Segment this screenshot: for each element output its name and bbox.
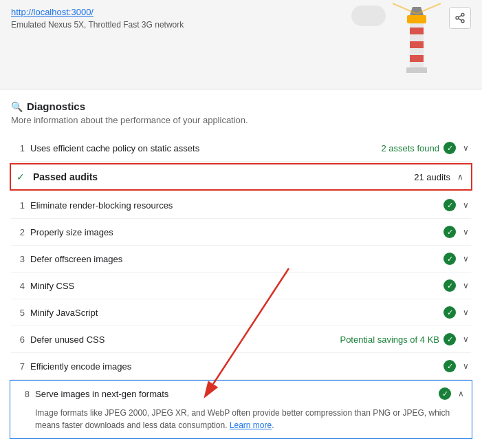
audit-right-4: ✓ ∨: [443, 279, 471, 292]
chevron-passed[interactable]: ∧: [454, 172, 465, 182]
chevron-8[interactable]: ∧: [455, 389, 466, 398]
chevron-5[interactable]: ∨: [460, 308, 471, 317]
audit-row-6: 6 Defer unused CSS Potential savings of …: [11, 326, 471, 353]
green-check-4: ✓: [443, 279, 456, 292]
audit-row-8-inner: 8 Serve images in next-gen formats ✓ ∧: [16, 387, 466, 407]
svg-point-11: [461, 20, 464, 23]
green-check-8: ✓: [439, 387, 451, 400]
chevron-cache[interactable]: ∨: [460, 143, 471, 153]
audit-label-3: Defer offscreen images: [30, 254, 438, 264]
audit-row-7: 7 Efficiently encode images ✓ ∨: [11, 353, 471, 380]
main-content: 🔍 Diagnostics More information about the…: [0, 89, 482, 439]
audit-right-1: ✓ ∨: [443, 199, 471, 211]
audit-label-8: Serve images in next-gen formats: [35, 389, 433, 399]
audit-right-5: ✓ ∨: [443, 306, 471, 319]
svg-rect-3: [410, 55, 424, 62]
green-check-3: ✓: [443, 253, 456, 265]
passed-audits-right: 21 audits ∧: [414, 172, 465, 182]
audit-row-4: 4 Minify CSS ✓ ∨: [11, 273, 471, 299]
green-check-2: ✓: [443, 226, 456, 238]
diagnostics-header: 🔍 Diagnostics: [11, 100, 471, 112]
green-check-1: ✓: [443, 199, 456, 211]
passed-check-icon: ✓: [17, 171, 28, 182]
green-check-7: ✓: [443, 360, 456, 372]
audit-list: 1 Eliminate render-blocking resources ✓ …: [11, 192, 471, 380]
share-button[interactable]: [449, 7, 471, 29]
learn-more-link[interactable]: Learn more: [230, 420, 272, 430]
audit-label-2: Properly size images: [30, 227, 438, 237]
chevron-7[interactable]: ∨: [460, 361, 471, 371]
savings-text-6: Potential savings of 4 KB: [340, 334, 439, 345]
audit-right-cache: 2 assets found ✓ ∨: [381, 142, 471, 154]
passed-audits-row[interactable]: ✓ Passed audits 21 audits ∧: [10, 163, 472, 191]
svg-rect-2: [410, 41, 424, 48]
audit-number-6: 6: [11, 334, 25, 345]
chevron-3[interactable]: ∨: [460, 254, 471, 264]
audit-number-4: 4: [11, 281, 25, 291]
audits-count: 21 audits: [414, 172, 450, 182]
audit-number-2: 2: [11, 227, 25, 237]
chevron-4[interactable]: ∨: [460, 281, 471, 290]
audit-label-4: Minify CSS: [30, 281, 438, 291]
expanded-description: Image formats like JPEG 2000, JPEG XR, a…: [16, 407, 466, 438]
audit-number-8: 8: [16, 389, 30, 399]
header-subtitle: Emulated Nexus 5X, Throttled Fast 3G net…: [11, 20, 184, 30]
chevron-6[interactable]: ∨: [460, 334, 471, 344]
svg-rect-1: [410, 28, 424, 34]
audit-right-7: ✓ ∨: [443, 360, 471, 372]
chevron-1[interactable]: ∨: [460, 200, 471, 210]
svg-point-10: [456, 17, 459, 19]
svg-rect-6: [406, 67, 427, 73]
audit-right-3: ✓ ∨: [443, 253, 471, 265]
audit-label-cache: Uses efficient cache policy on static as…: [30, 143, 375, 153]
audit-row-1: 1 Eliminate render-blocking resources ✓ …: [11, 192, 471, 219]
audit-row-2: 2 Properly size images ✓ ∨: [11, 219, 471, 246]
lighthouse-icon: [389, 0, 444, 83]
green-check-6: ✓: [443, 333, 456, 345]
audit-right-6: Potential savings of 4 KB ✓ ∨: [340, 333, 471, 345]
audit-label-1: Eliminate render-blocking resources: [30, 200, 438, 211]
search-icon: 🔍: [11, 101, 23, 112]
audit-row-cache: 1 Uses efficient cache policy on static …: [11, 135, 471, 162]
header-bar: http://localhost:3000/ Emulated Nexus 5X…: [0, 0, 482, 89]
assets-found-text: 2 assets found: [381, 143, 439, 153]
svg-point-9: [461, 13, 464, 16]
passed-audits-label: Passed audits: [33, 171, 408, 182]
audit-number-7: 7: [11, 361, 25, 372]
audit-row-3: 3 Defer offscreen images ✓ ∨: [11, 246, 471, 273]
audit-row-8-expanded: 8 Serve images in next-gen formats ✓ ∧ I…: [10, 380, 472, 439]
green-check-cache: ✓: [443, 142, 456, 154]
audit-number-cache: 1: [11, 143, 25, 153]
audit-number-3: 3: [11, 254, 25, 264]
audit-row-5: 5 Minify JavaScript ✓ ∨: [11, 299, 471, 326]
svg-line-12: [459, 19, 462, 21]
diagnostics-title: Diagnostics: [27, 100, 85, 112]
green-check-5: ✓: [443, 306, 456, 319]
audit-number-1: 1: [11, 200, 25, 211]
audit-right-2: ✓ ∨: [443, 226, 471, 238]
audit-label-5: Minify JavaScript: [30, 308, 438, 318]
audit-label-6: Defer unused CSS: [30, 334, 334, 345]
audit-right-8: ✓ ∧: [439, 387, 466, 400]
cloud-decoration: [351, 6, 386, 26]
chevron-2[interactable]: ∨: [460, 227, 471, 237]
diagnostics-description: More information about the performance o…: [11, 115, 471, 125]
audit-number-5: 5: [11, 308, 25, 318]
audit-label-7: Efficiently encode images: [30, 361, 438, 372]
svg-line-13: [459, 15, 462, 17]
svg-rect-4: [407, 15, 426, 23]
